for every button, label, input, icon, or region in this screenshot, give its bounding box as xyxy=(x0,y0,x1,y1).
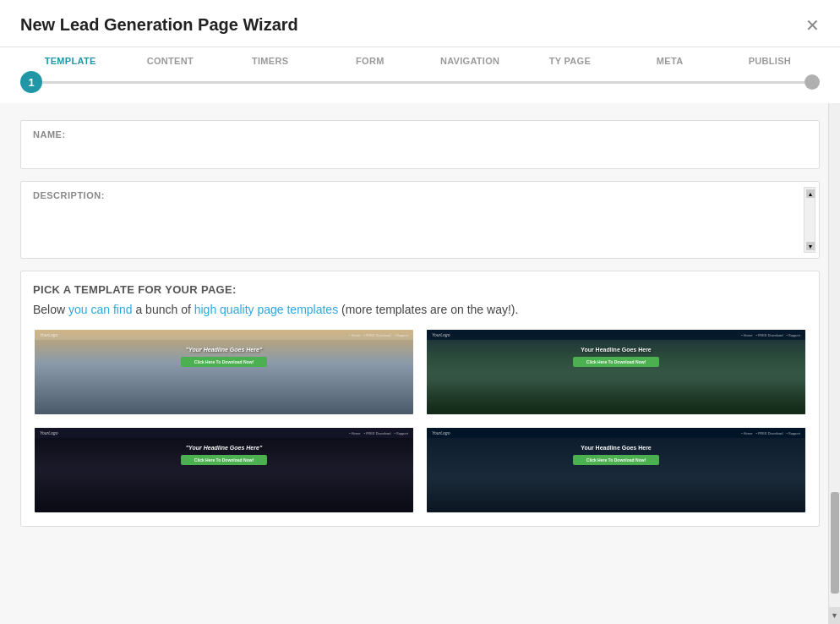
name-label: NAME: xyxy=(33,129,807,140)
tmpl4-cta-btn: Click Here To Download Now! xyxy=(573,455,659,465)
tab-navigation[interactable]: NAVIGATION xyxy=(420,56,520,66)
template-card-3[interactable]: YourLogo • Home • FREE Download • Suppor… xyxy=(33,426,415,514)
desc-mid: a bunch of xyxy=(133,303,194,316)
tmpl3-nav-item3: • Support xyxy=(394,431,408,435)
tmpl1-background: YourLogo • Home • FREE Download • Suppor… xyxy=(35,330,413,414)
outer-scrollbar: ▼ xyxy=(828,103,840,624)
scroll-up-icon[interactable]: ▲ xyxy=(806,189,815,198)
tab-form[interactable]: FORM xyxy=(320,56,420,66)
template-thumb-1: YourLogo • Home • FREE Download • Suppor… xyxy=(35,330,413,414)
tmpl3-content: "Your Headline Goes Here" Click Here To … xyxy=(35,438,413,468)
modal-body: NAME: DESCRIPTION: ▲ ▼ PICK A TEMPLATE F… xyxy=(0,103,840,624)
name-field-group: NAME: xyxy=(20,120,820,169)
tmpl1-header: YourLogo • Home • FREE Download • Suppor… xyxy=(35,330,413,340)
name-field-container: NAME: xyxy=(20,120,820,169)
description-scrollbar: ▲ ▼ xyxy=(804,187,815,253)
tab-meta[interactable]: META xyxy=(620,56,720,66)
tmpl1-headline: "Your Headline Goes Here" xyxy=(186,347,262,353)
desc-end: (more templates are on the way!). xyxy=(338,303,518,316)
tmpl4-nav-item: • Home xyxy=(741,431,752,435)
outer-scroll-thumb[interactable] xyxy=(831,492,839,594)
tmpl4-content: Your Headline Goes Here Click Here To Do… xyxy=(427,438,805,468)
tmpl3-nav-item2: • FREE Download xyxy=(363,431,390,435)
tmpl2-headline: Your Headline Goes Here xyxy=(581,347,652,353)
tmpl4-background: YourLogo • Home • FREE Download • Suppor… xyxy=(427,428,805,512)
template-thumb-3: YourLogo • Home • FREE Download • Suppor… xyxy=(35,428,413,512)
tmpl2-nav-item3: • Support xyxy=(786,333,800,337)
outer-scroll-down-btn[interactable]: ▼ xyxy=(829,607,841,624)
tab-publish[interactable]: PUBLISH xyxy=(720,56,820,66)
desc-start: Below xyxy=(33,303,68,316)
tmpl4-headline: Your Headline Goes Here xyxy=(581,445,652,451)
name-input[interactable] xyxy=(33,143,807,160)
tmpl1-nav-item3: • Support xyxy=(394,333,408,337)
tmpl1-nav: • Home • FREE Download • Support xyxy=(349,333,408,337)
tmpl3-cta-btn: Click Here To Download Now! xyxy=(181,455,267,465)
tmpl3-logo: YourLogo xyxy=(40,430,57,435)
template-description: Below you can find a bunch of high quali… xyxy=(33,303,807,316)
template-card-2[interactable]: YourLogo • Home • FREE Download • Suppor… xyxy=(425,328,807,416)
modal-window: New Lead Generation Page Wizard ✕ TEMPLA… xyxy=(0,0,840,624)
scroll-down-icon[interactable]: ▼ xyxy=(806,242,815,250)
step-indicator-active: 1 xyxy=(20,71,42,93)
tmpl2-nav: • Home • FREE Download • Support xyxy=(741,333,800,337)
desc-highlight1: you can find xyxy=(68,303,133,316)
tmpl2-logo: YourLogo xyxy=(432,332,450,337)
template-picker-section: PICK A TEMPLATE FOR YOUR PAGE: Below you… xyxy=(20,271,820,527)
tmpl1-nav-item2: • FREE Download xyxy=(363,333,390,337)
tmpl4-nav-item3: • Support xyxy=(786,431,800,435)
tmpl2-nav-item: • Home xyxy=(741,333,752,337)
tmpl3-nav-item: • Home xyxy=(349,431,360,435)
tab-content[interactable]: CONTENT xyxy=(120,56,220,66)
tmpl1-nav-item: • Home xyxy=(349,333,360,337)
tmpl4-nav-item2: • FREE Download xyxy=(755,431,783,435)
tab-template[interactable]: TEMPLATE xyxy=(20,56,120,66)
tmpl1-cta-btn: Click Here To Download Now! xyxy=(181,357,267,367)
description-field-group: DESCRIPTION: ▲ ▼ xyxy=(20,181,820,259)
tmpl2-trees-overlay xyxy=(427,372,805,414)
template-section-title: PICK A TEMPLATE FOR YOUR PAGE: xyxy=(33,283,807,296)
template-thumb-2: YourLogo • Home • FREE Download • Suppor… xyxy=(427,330,805,414)
tmpl4-nav: • Home • FREE Download • Support xyxy=(741,431,800,435)
template-thumb-4: YourLogo • Home • FREE Download • Suppor… xyxy=(427,428,805,512)
tmpl3-background: YourLogo • Home • FREE Download • Suppor… xyxy=(35,428,413,512)
wizard-progress-row: 1 xyxy=(0,66,840,103)
tmpl3-header: YourLogo • Home • FREE Download • Suppor… xyxy=(35,428,413,438)
tab-ty-page[interactable]: TY PAGE xyxy=(520,56,619,66)
desc-highlight2: high quality page templates xyxy=(194,303,338,316)
template-card-4[interactable]: YourLogo • Home • FREE Download • Suppor… xyxy=(425,426,807,514)
tmpl3-headline: "Your Headline Goes Here" xyxy=(186,445,262,451)
modal-title: New Lead Generation Page Wizard xyxy=(20,15,298,35)
tmpl2-background: YourLogo • Home • FREE Download • Suppor… xyxy=(427,330,805,414)
tmpl2-cta-btn: Click Here To Download Now! xyxy=(573,357,659,367)
tmpl1-content: "Your Headline Goes Here" Click Here To … xyxy=(35,340,413,370)
tmpl4-header: YourLogo • Home • FREE Download • Suppor… xyxy=(427,428,805,438)
template-card-1[interactable]: YourLogo • Home • FREE Download • Suppor… xyxy=(33,328,415,416)
tmpl1-logo: YourLogo xyxy=(40,332,57,337)
description-field-container: DESCRIPTION: ▲ ▼ xyxy=(20,181,820,259)
description-input[interactable] xyxy=(33,204,807,246)
tmpl2-header: YourLogo • Home • FREE Download • Suppor… xyxy=(427,330,805,340)
modal-header: New Lead Generation Page Wizard ✕ xyxy=(0,0,840,47)
step-indicator-inactive xyxy=(805,74,820,90)
tmpl2-content: Your Headline Goes Here Click Here To Do… xyxy=(427,340,805,370)
progress-line xyxy=(42,81,805,84)
close-button[interactable]: ✕ xyxy=(805,17,820,34)
tmpl3-nav: • Home • FREE Download • Support xyxy=(349,431,408,435)
tmpl2-nav-item2: • FREE Download xyxy=(755,333,783,337)
description-label: DESCRIPTION: xyxy=(33,190,807,200)
tab-timers[interactable]: TIMERS xyxy=(221,56,320,66)
tmpl4-logo: YourLogo xyxy=(432,430,450,435)
wizard-steps-labels: TEMPLATE CONTENT TIMERS FORM NAVIGATION … xyxy=(0,47,840,66)
templates-grid: YourLogo • Home • FREE Download • Suppor… xyxy=(33,328,807,514)
